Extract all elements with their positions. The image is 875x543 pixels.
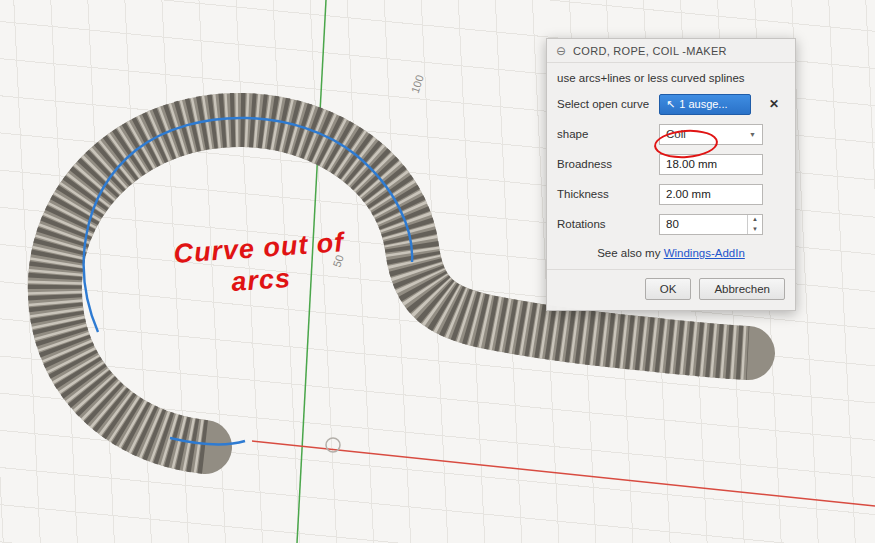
rotations-row: Rotations ▲ ▼	[547, 209, 795, 239]
select-curve-row: Select open curve ↖ 1 ausge... ✕	[547, 89, 795, 119]
broadness-input[interactable]	[659, 154, 763, 175]
drag-grip-icon: ⊖	[556, 45, 566, 57]
dialog-hint-text: use arcs+lines or less curved splines	[547, 63, 795, 89]
cursor-icon: ↖	[666, 98, 675, 111]
windings-addin-link[interactable]: Windings-AddIn	[664, 247, 745, 259]
see-also-prefix: See also my	[597, 247, 663, 259]
shape-row: shape Coil ▼	[547, 119, 795, 149]
spin-up-icon[interactable]: ▲	[748, 215, 762, 225]
see-also-text: See also my Windings-AddIn	[547, 239, 795, 265]
selected-curve-button[interactable]: ↖ 1 ausge...	[659, 94, 751, 115]
shape-dropdown-value: Coil	[666, 128, 686, 140]
coil-maker-dialog: ⊖ CORD, ROPE, COIL -MAKER use arcs+lines…	[546, 38, 796, 311]
red-axis-line	[252, 441, 875, 506]
select-curve-label: Select open curve	[557, 98, 659, 110]
thickness-input[interactable]	[659, 184, 763, 205]
shape-label: shape	[557, 128, 659, 140]
rotations-spinner: ▲ ▼	[747, 215, 762, 234]
thickness-row: Thickness	[547, 179, 795, 209]
rotations-label: Rotations	[557, 218, 659, 230]
dialog-title: CORD, ROPE, COIL -MAKER	[573, 45, 727, 57]
thickness-label: Thickness	[557, 188, 659, 200]
shape-dropdown[interactable]: Coil ▼	[659, 124, 763, 145]
clear-selection-icon[interactable]: ✕	[769, 97, 779, 111]
selected-curve-count: 1 ausge...	[679, 98, 727, 110]
dialog-title-bar[interactable]: ⊖ CORD, ROPE, COIL -MAKER	[547, 39, 795, 63]
chevron-down-icon: ▼	[749, 131, 756, 138]
dialog-button-bar: OK Abbrechen	[547, 269, 795, 310]
broadness-label: Broadness	[557, 158, 659, 170]
broadness-row: Broadness	[547, 149, 795, 179]
ok-button[interactable]: OK	[645, 278, 692, 300]
spin-down-icon[interactable]: ▼	[748, 224, 762, 234]
cancel-button[interactable]: Abbrechen	[699, 278, 785, 300]
viewport-canvas[interactable]: 100 50 Curve out of arcs ⊖ CORD, ROPE, C…	[0, 0, 875, 543]
